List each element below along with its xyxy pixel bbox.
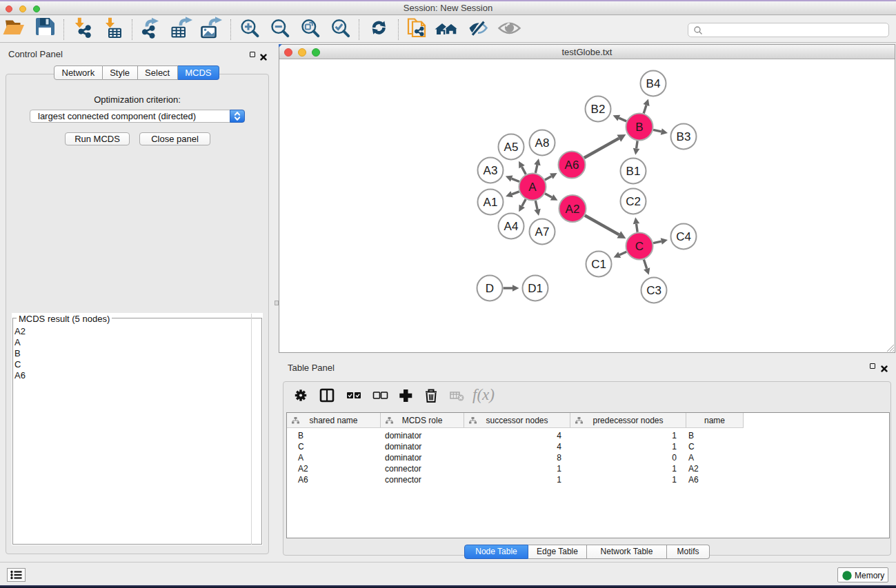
svg-text:B4: B4: [646, 77, 661, 90]
svg-text:B: B: [635, 121, 643, 134]
svg-text:B2: B2: [591, 103, 606, 116]
svg-text:C: C: [635, 240, 644, 253]
svg-text:C3: C3: [646, 284, 661, 297]
svg-text:B1: B1: [626, 165, 641, 178]
svg-text:A8: A8: [535, 136, 550, 150]
svg-text:A2: A2: [566, 203, 580, 216]
svg-text:A3: A3: [484, 164, 498, 177]
svg-text:A1: A1: [484, 196, 498, 209]
svg-text:A4: A4: [504, 220, 519, 233]
svg-text:A6: A6: [565, 159, 579, 172]
svg-text:D1: D1: [528, 282, 543, 295]
svg-text:B3: B3: [677, 130, 691, 143]
svg-text:A7: A7: [535, 225, 550, 239]
svg-text:A: A: [528, 181, 537, 194]
svg-text:D: D: [486, 282, 494, 295]
svg-text:C4: C4: [676, 230, 691, 243]
svg-text:A5: A5: [504, 141, 519, 154]
svg-text:C2: C2: [626, 195, 641, 208]
svg-text:C1: C1: [591, 258, 606, 271]
